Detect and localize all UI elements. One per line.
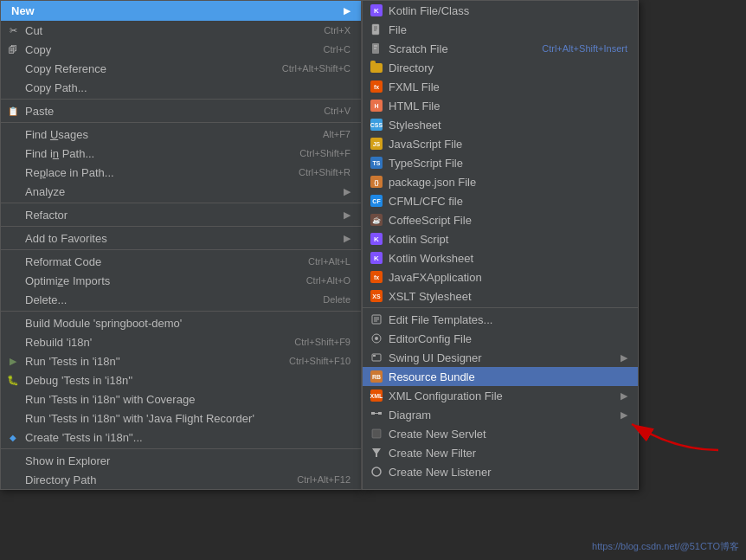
red-arrow-indicator xyxy=(623,389,727,459)
scratch-file-icon xyxy=(370,42,383,55)
menu-item-rebuild[interactable]: Rebuild 'i18n' Ctrl+Shift+F9 xyxy=(1,332,361,351)
menu-header: New ▶ xyxy=(1,1,361,21)
menu-item-delete[interactable]: Delete... Delete xyxy=(1,290,361,309)
diagram-label: Diagram xyxy=(389,409,615,422)
find-in-path-label: Find in Path... xyxy=(25,147,282,160)
add-favorites-arrow: ▶ xyxy=(344,233,350,244)
menu-item-add-favorites[interactable]: Add to Favorites ▶ xyxy=(1,229,361,248)
separator-7 xyxy=(1,448,361,449)
menu-item-run-coverage[interactable]: Run 'Tests in 'i18n'' with Coverage xyxy=(1,389,361,409)
menu-item-reformat[interactable]: Reformat Code Ctrl+Alt+L xyxy=(1,252,361,271)
kotlin-file-icon: K xyxy=(370,3,383,17)
analyze-label: Analyze xyxy=(25,185,344,198)
menu-header-label: New xyxy=(11,4,35,17)
diagram-arrow: ▶ xyxy=(621,409,627,421)
right-item-scratch-file[interactable]: Scratch File Ctrl+Alt+Shift+Insert xyxy=(363,39,638,58)
debug-icon: 🐛 xyxy=(6,373,20,387)
right-item-xslt[interactable]: XS XSLT Stylesheet xyxy=(363,286,638,306)
menu-item-create-tests[interactable]: ◆ Create 'Tests in 'i18n''... xyxy=(1,428,361,447)
separator-2 xyxy=(1,122,361,123)
right-item-edit-templates[interactable]: Edit File Templates... xyxy=(363,310,638,329)
javafx-label: JavaFXApplication xyxy=(389,271,627,284)
menu-item-find-in-path[interactable]: Find in Path... Ctrl+Shift+F xyxy=(1,144,361,163)
find-usages-shortcut: Alt+F7 xyxy=(323,129,350,139)
resource-bundle-label: Resource Bundle xyxy=(389,370,627,383)
right-item-html[interactable]: H HTML File xyxy=(363,96,638,115)
svg-rect-14 xyxy=(373,355,376,357)
menu-item-replace-in-path[interactable]: Replace in Path... Ctrl+Shift+R xyxy=(1,163,361,182)
rebuild-shortcut: Ctrl+Shift+F9 xyxy=(294,337,350,347)
optimize-shortcut: Ctrl+Alt+O xyxy=(306,275,350,286)
left-menu: New ▶ ✂ Cut Ctrl+X 🗐 Copy Ctrl+C Copy Re… xyxy=(0,0,362,490)
diagram-icon xyxy=(370,408,383,422)
javafx-icon: fx xyxy=(370,270,383,284)
create-tests-label: Create 'Tests in 'i18n''... xyxy=(25,431,350,444)
menu-item-optimize[interactable]: Optimize Imports Ctrl+Alt+O xyxy=(1,271,361,290)
reformat-label: Reformat Code xyxy=(25,255,291,268)
fxml-icon: fx xyxy=(370,80,383,93)
right-item-cfml[interactable]: CF CFML/CFC file xyxy=(363,191,638,210)
run-tests-label: Run 'Tests in 'i18n'' xyxy=(25,355,272,368)
right-item-ts[interactable]: TS TypeScript File xyxy=(363,153,638,172)
file-label: File xyxy=(389,23,627,36)
right-item-swing-ui[interactable]: Swing UI Designer ▶ xyxy=(363,348,638,367)
listener-label: Create New Listener xyxy=(389,466,627,479)
menu-item-debug-tests[interactable]: 🐛 Debug 'Tests in 'i18n'' xyxy=(1,370,361,389)
menu-item-paste[interactable]: 📋 Paste Ctrl+V xyxy=(1,101,361,120)
right-item-kotlin-script[interactable]: K Kotlin Script xyxy=(363,229,638,248)
show-explorer-label: Show in Explorer xyxy=(25,454,350,467)
menu-item-find-usages[interactable]: Find Usages Alt+F7 xyxy=(1,125,361,144)
svg-rect-16 xyxy=(378,412,382,415)
right-item-diagram[interactable]: Diagram ▶ xyxy=(363,405,638,424)
copy-path-label: Copy Path... xyxy=(25,81,350,94)
copy-icon: 🗐 xyxy=(6,42,20,56)
cut-icon: ✂ xyxy=(6,23,20,37)
right-item-listener[interactable]: Create New Listener xyxy=(363,462,638,481)
menu-item-build-module[interactable]: Build Module 'springboot-demo' xyxy=(1,313,361,332)
right-item-xml-config[interactable]: XML XML Configuration File ▶ xyxy=(363,386,638,405)
right-item-resource-bundle[interactable]: RB Resource Bundle xyxy=(363,367,638,386)
delete-shortcut: Delete xyxy=(323,294,350,305)
right-item-kotlin-worksheet[interactable]: K Kotlin Worksheet xyxy=(363,248,638,267)
swing-ui-arrow: ▶ xyxy=(621,352,627,364)
svg-marker-19 xyxy=(372,448,381,457)
run-flight-label: Run 'Tests in 'i18n'' with 'Java Flight … xyxy=(25,412,350,425)
right-item-filter[interactable]: Create New Filter xyxy=(363,443,638,462)
filter-icon xyxy=(370,446,383,460)
stylesheet-label: Stylesheet xyxy=(389,119,627,132)
right-item-servlet[interactable]: Create New Servlet xyxy=(363,424,638,443)
right-item-file[interactable]: File xyxy=(363,20,638,39)
menu-item-show-explorer[interactable]: Show in Explorer xyxy=(1,451,361,470)
xslt-label: XSLT Stylesheet xyxy=(389,290,627,303)
separator-5 xyxy=(1,249,361,250)
run-icon: ▶ xyxy=(6,354,20,368)
menu-item-run-flight[interactable]: Run 'Tests in 'i18n'' with 'Java Flight … xyxy=(1,409,361,428)
right-item-coffeescript[interactable]: ☕ CoffeeScript File xyxy=(363,210,638,229)
menu-item-copy[interactable]: 🗐 Copy Ctrl+C xyxy=(1,40,361,59)
right-item-directory[interactable]: Directory xyxy=(363,58,638,77)
servlet-icon xyxy=(370,427,383,441)
xml-config-arrow: ▶ xyxy=(621,390,627,402)
coffeescript-label: CoffeeScript File xyxy=(389,214,627,227)
reformat-shortcut: Ctrl+Alt+L xyxy=(308,256,350,267)
xslt-icon: XS xyxy=(370,289,383,303)
menu-item-copy-reference[interactable]: Copy Reference Ctrl+Alt+Shift+C xyxy=(1,59,361,78)
fxml-label: FXML File xyxy=(389,80,627,93)
cut-shortcut: Ctrl+X xyxy=(324,25,350,35)
editorconfig-icon xyxy=(370,331,383,345)
right-item-editorconfig[interactable]: EditorConfig File xyxy=(363,329,638,348)
menu-item-directory-path[interactable]: Directory Path Ctrl+Alt+F12 xyxy=(1,470,361,489)
menu-item-analyze[interactable]: Analyze ▶ xyxy=(1,182,361,201)
right-item-js[interactable]: JS JavaScript File xyxy=(363,134,638,153)
xml-config-label: XML Configuration File xyxy=(389,389,615,402)
cfml-label: CFML/CFC file xyxy=(389,195,627,208)
right-item-fxml[interactable]: fx FXML File xyxy=(363,77,638,96)
menu-item-copy-path[interactable]: Copy Path... xyxy=(1,78,361,97)
right-item-javafx[interactable]: fx JavaFXApplication xyxy=(363,267,638,286)
right-item-package-json[interactable]: {} package.json File xyxy=(363,172,638,191)
menu-item-refactor[interactable]: Refactor ▶ xyxy=(1,205,361,224)
right-item-stylesheet[interactable]: CSS Stylesheet xyxy=(363,115,638,134)
menu-item-cut[interactable]: ✂ Cut Ctrl+X xyxy=(1,21,361,40)
menu-item-run-tests[interactable]: ▶ Run 'Tests in 'i18n'' Ctrl+Shift+F10 xyxy=(1,351,361,370)
right-item-kotlin-file[interactable]: K Kotlin File/Class xyxy=(363,1,638,20)
